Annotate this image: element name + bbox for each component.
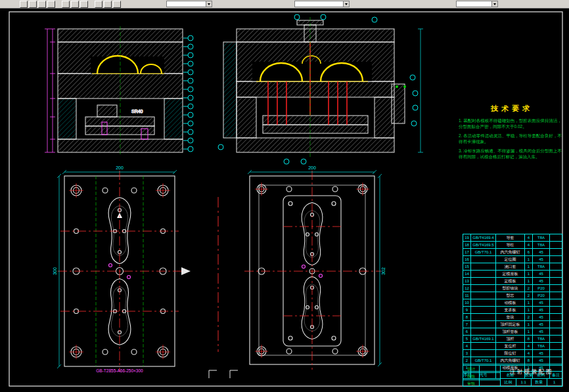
parts-list-cell	[471, 285, 496, 292]
parts-list-cell: 1	[525, 271, 533, 277]
qty-label: 数量	[532, 379, 547, 386]
parts-list-cell: 2	[525, 314, 533, 320]
parts-list-row: 18GB/T4169.5导柱4T8A	[463, 242, 562, 249]
parts-list-cell: 顶杆	[496, 336, 525, 342]
color-dropdown[interactable]	[294, 1, 350, 7]
parts-list-cell: 45	[533, 299, 550, 306]
plan-view-fixed-half	[244, 171, 381, 370]
toolbar-button-4[interactable]	[47, 1, 55, 8]
centerlines	[58, 171, 181, 372]
parts-list-cell	[471, 271, 496, 277]
toolbar-button-1[interactable]	[20, 1, 28, 8]
parts-list-cell	[550, 314, 562, 320]
parts-list-cell: 内六角螺钉	[496, 357, 525, 364]
parts-list-cell: 45	[533, 357, 550, 364]
layer-dropdown[interactable]	[166, 1, 212, 7]
parts-list-cell: 17	[463, 249, 471, 255]
parts-list-cell: 顶杆垫板	[496, 328, 525, 335]
toolbar-button-10[interactable]	[113, 1, 121, 8]
guide-pillar-section	[223, 42, 237, 138]
ejector-retainer-plate	[263, 116, 368, 125]
parts-list-cell: GB/T4169.1	[471, 336, 496, 342]
parts-list-cell	[550, 271, 562, 277]
parts-list-row: 19GB/T4169.4导套4T8A	[463, 234, 562, 242]
parts-list-cell: T8A	[533, 263, 550, 270]
tech-requirement-item: 2. 各活动零件运动灵活、平稳，导柱导套配合良好，不得有卡滞现象。	[459, 133, 565, 145]
parts-list-row: 9支承板145	[463, 307, 562, 314]
parts-list-cell: 3	[463, 350, 471, 357]
parts-list-cell: 45	[533, 278, 550, 284]
parts-list-cell: 45	[533, 307, 550, 313]
parts-list-cell	[550, 350, 562, 357]
section-arrow	[181, 267, 191, 275]
parts-list-cell	[550, 299, 562, 306]
height-dimension: 302	[381, 267, 386, 275]
section-view-side	[223, 17, 423, 158]
parts-list-cell: 19	[463, 234, 471, 241]
parts-list-rows: 19GB/T4169.4导套4T8A18GB/T4169.5导柱4T8A17GB…	[463, 234, 562, 371]
check-label: 校核	[463, 373, 480, 380]
toolbar-button-3[interactable]	[38, 1, 46, 8]
linetype-dropdown[interactable]	[456, 1, 498, 7]
parts-list-cell: 定位圈	[496, 256, 525, 263]
parts-list-cell: 4	[525, 350, 533, 357]
parts-list-cell: 顶杆固定板	[496, 321, 525, 328]
toolbar-button-7[interactable]	[80, 1, 88, 8]
parts-list-cell: T8A	[533, 242, 550, 248]
design-label: 设计	[463, 366, 480, 372]
parts-list-cell: 45	[533, 350, 550, 357]
parts-list-cell	[471, 314, 496, 320]
parts-list-cell: 2	[525, 292, 533, 299]
width-dimension: 200	[308, 165, 316, 170]
parts-list-cell	[550, 328, 562, 335]
parts-list-cell	[550, 256, 562, 263]
parts-list-cell: 16	[463, 256, 471, 263]
parts-list-row: 6顶杆垫板145	[463, 328, 562, 336]
parts-list-cell: 1	[525, 256, 533, 263]
toolbar-button-8[interactable]	[95, 1, 102, 8]
parts-list-cell: 定模座板	[496, 271, 525, 277]
bottom-clamp-plate	[237, 138, 394, 152]
chevron-down-icon	[206, 1, 212, 7]
parts-list-cell	[471, 350, 496, 357]
parts-list-row: 12型腔镶块2P20	[463, 285, 562, 292]
parts-list-cell	[550, 292, 562, 299]
parts-list-cell: T8A	[533, 336, 550, 342]
parts-list-cell: 定模板	[496, 278, 525, 284]
parts-list-cell: 45	[533, 321, 550, 328]
parts-list-row: 5GB/T4169.1顶杆8T8A	[463, 336, 562, 343]
parts-list-cell: 6	[463, 328, 471, 335]
parts-list-cell: 10	[463, 299, 471, 306]
parts-list-cell: 45	[533, 271, 550, 277]
parts-list-cell: 1	[525, 321, 533, 328]
parts-list-cell: 45	[533, 256, 550, 263]
parts-list-cell: 45	[533, 249, 550, 255]
parts-list-cell: 7	[463, 321, 471, 328]
parts-list-cell	[550, 336, 562, 342]
parts-list-cell	[550, 242, 562, 248]
plan-view-moving-half	[58, 171, 181, 372]
parts-list-cell	[471, 307, 496, 313]
section-view-front: SR40	[58, 26, 183, 155]
parts-list-cell: GB/T4169.5	[471, 242, 496, 248]
parts-list-cell: 浇口套	[496, 263, 525, 270]
parts-list-cell	[550, 249, 562, 255]
parts-list-cell: 4	[463, 343, 471, 349]
parts-list-cell: 2	[525, 285, 533, 292]
parts-list-row: 4复位杆4T8A	[463, 343, 562, 350]
title-block: 设计 校核 审核 注射模装配图 比例 1:1 数量 1	[463, 365, 562, 387]
parts-list-cell: 45	[533, 328, 550, 335]
parts-list-cell: GB/T70.1	[471, 357, 496, 364]
toolbar-button-6[interactable]	[71, 1, 79, 8]
ejector-retainer-plate	[85, 117, 154, 126]
toolbar-button-2[interactable]	[29, 1, 37, 8]
parts-list-row: 17GB/T70.1内六角螺钉645	[463, 249, 562, 256]
parts-list-cell: 复位杆	[496, 343, 525, 349]
parts-list-cell: 1	[525, 328, 533, 335]
toolbar-button-9[interactable]	[104, 1, 112, 8]
parts-list-cell: GB/T4169.4	[471, 234, 496, 241]
section-front-dimensions	[45, 29, 55, 152]
toolbar-button-5[interactable]	[62, 1, 70, 8]
parts-list-cell: 13	[463, 278, 471, 284]
technical-requirements: 技术要求 1. 装配时各模板不得磕碰划伤，型腔表面应保持清洁，分型面贴合严密，间…	[459, 104, 565, 163]
